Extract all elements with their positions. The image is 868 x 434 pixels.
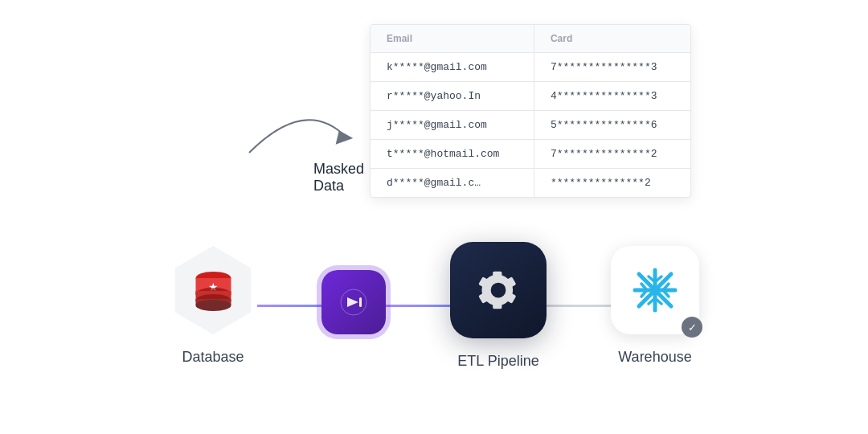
etl-label: ETL Pipeline	[457, 353, 538, 370]
verified-badge: ✓	[682, 317, 702, 338]
scene: Email Card k*****@gmail.com7************…	[0, 0, 868, 434]
table-row: k*****@gmail.com7***************3	[371, 53, 690, 82]
pipeline-row: ★ Database	[0, 242, 868, 370]
svg-rect-12	[359, 297, 362, 307]
svg-marker-0	[331, 127, 353, 145]
broker-node-container	[321, 270, 386, 334]
connector-broker-etl	[386, 305, 450, 307]
broker-icon-container	[321, 270, 386, 334]
svg-point-17	[651, 286, 659, 294]
email-cell: r*****@yahoo.In	[371, 82, 534, 111]
broker-icon	[338, 287, 369, 317]
table-row: r*****@yahoo.In4***************3	[371, 82, 690, 111]
email-cell: d*****@gmail.c…	[371, 169, 534, 198]
email-cell: k*****@gmail.com	[371, 53, 534, 82]
database-node: ★ Database	[169, 246, 257, 366]
masked-data-table: Email Card k*****@gmail.com7************…	[370, 24, 691, 198]
database-label: Database	[182, 349, 244, 366]
snowflake-icon	[631, 266, 679, 314]
card-cell: 5***************6	[534, 111, 690, 140]
card-cell: 4***************3	[534, 82, 690, 111]
email-col-header: Email	[371, 25, 534, 53]
table-row: t*****@hotmail.com7***************2	[371, 140, 690, 169]
svg-point-9	[195, 300, 231, 311]
gear-icon	[474, 266, 522, 314]
svg-marker-11	[347, 297, 358, 307]
warehouse-label: Warehouse	[618, 349, 691, 366]
connector-etl-warehouse	[547, 305, 611, 307]
connector-db-broker	[257, 305, 321, 307]
table-row: j*****@gmail.com5***************6	[371, 111, 690, 140]
card-cell: 7***************2	[534, 140, 690, 169]
masked-data-section: Email Card k*****@gmail.com7************…	[370, 24, 691, 198]
warehouse-icon-container: ✓	[611, 246, 699, 334]
card-col-header: Card	[534, 25, 690, 53]
card-cell: ***************2	[534, 169, 690, 198]
etl-node-container: ETL Pipeline	[450, 242, 547, 370]
warehouse-node-container: ✓ Warehouse	[611, 246, 699, 366]
masked-data-label: Masked Data	[313, 161, 364, 194]
card-cell: 7***************3	[534, 53, 690, 82]
database-hexagon: ★	[169, 246, 257, 334]
email-cell: t*****@hotmail.com	[371, 140, 534, 169]
arrow-icon	[241, 104, 354, 169]
email-cell: j*****@gmail.com	[371, 111, 534, 140]
table-row: d*****@gmail.c…***************2	[371, 169, 690, 198]
database-icon-container: ★	[169, 246, 257, 334]
etl-icon-container	[450, 242, 547, 338]
redis-icon: ★	[191, 268, 235, 313]
